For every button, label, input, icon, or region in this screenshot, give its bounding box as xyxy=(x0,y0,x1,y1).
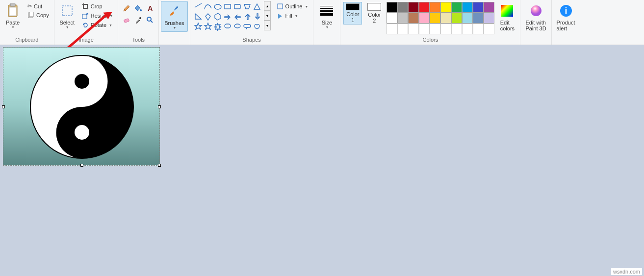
magnifier-tool[interactable] xyxy=(145,15,155,25)
color-swatch[interactable] xyxy=(484,13,494,24)
color-swatch[interactable] xyxy=(484,2,494,13)
svg-rect-8 xyxy=(124,18,129,23)
color2-button[interactable]: Color 2 xyxy=(365,2,384,25)
shape-item[interactable] xyxy=(223,2,232,12)
shape-item[interactable] xyxy=(242,12,252,22)
select-button[interactable]: Select ▼ xyxy=(56,1,78,31)
copy-icon xyxy=(27,12,34,19)
color-swatch[interactable] xyxy=(408,2,419,13)
shape-item[interactable] xyxy=(203,22,213,31)
svg-rect-4 xyxy=(29,12,33,17)
shape-item[interactable] xyxy=(213,2,223,12)
canvas-image[interactable] xyxy=(3,47,160,166)
resize-handle-right[interactable] xyxy=(158,105,161,108)
color-swatch[interactable] xyxy=(473,13,484,24)
custom-color-slot[interactable] xyxy=(440,24,451,34)
color-swatch[interactable] xyxy=(462,2,473,13)
custom-color-slot[interactable] xyxy=(473,24,484,34)
color1-swatch xyxy=(346,3,360,10)
group-paint3d: Edit with Paint 3D xyxy=(520,0,551,45)
paint3d-label: Edit with Paint 3D xyxy=(525,20,546,31)
resize-handle-bottom[interactable] xyxy=(80,164,83,167)
shape-item[interactable] xyxy=(252,12,262,22)
shape-item[interactable] xyxy=(203,12,213,22)
resize-button[interactable]: Resize▼ xyxy=(80,11,115,20)
custom-color-slot[interactable] xyxy=(462,24,473,34)
shape-item[interactable] xyxy=(232,12,242,22)
shape-item[interactable] xyxy=(242,2,252,12)
svg-rect-13 xyxy=(234,4,240,9)
color-swatch[interactable] xyxy=(430,2,440,13)
fill-button[interactable]: Fill▼ xyxy=(275,11,310,20)
svg-point-10 xyxy=(147,17,151,21)
resize-handle-left[interactable] xyxy=(2,105,5,108)
shape-item[interactable] xyxy=(203,2,213,12)
edit-paint3d-button[interactable]: Edit with Paint 3D xyxy=(522,1,549,33)
shape-item[interactable] xyxy=(232,2,242,12)
size-label: Size xyxy=(322,20,332,25)
shape-item[interactable] xyxy=(193,2,203,12)
outline-icon xyxy=(277,3,283,10)
edit-colors-button[interactable]: Edit colors xyxy=(496,1,518,33)
shape-item[interactable] xyxy=(193,22,203,31)
color-swatch[interactable] xyxy=(440,13,451,24)
color-swatch[interactable] xyxy=(397,13,408,24)
custom-color-slot[interactable] xyxy=(408,24,419,34)
shapes-gallery[interactable] xyxy=(192,1,263,32)
color-swatch[interactable] xyxy=(386,13,397,24)
paste-button[interactable]: Paste ▼ xyxy=(2,1,24,31)
color-swatch[interactable] xyxy=(419,2,430,13)
cut-button[interactable]: ✂ Cut xyxy=(26,2,51,10)
custom-color-slot[interactable] xyxy=(430,24,440,34)
shape-item[interactable] xyxy=(252,22,262,31)
copy-button[interactable]: Copy xyxy=(26,11,51,20)
color-picker-tool[interactable] xyxy=(133,15,144,25)
shape-item[interactable] xyxy=(232,22,242,31)
yinyang-icon xyxy=(3,48,160,166)
shape-item[interactable] xyxy=(213,22,223,31)
ribbon: Paste ▼ ✂ Cut Copy Clipboard xyxy=(0,0,644,45)
svg-point-9 xyxy=(139,17,141,19)
text-tool[interactable]: A xyxy=(145,3,155,14)
color-swatch[interactable] xyxy=(462,13,473,24)
color2-label: Color 2 xyxy=(368,12,381,24)
color-swatch[interactable] xyxy=(419,13,430,24)
shape-item[interactable] xyxy=(252,2,262,12)
shape-item[interactable] xyxy=(213,12,223,22)
color-swatch[interactable] xyxy=(386,2,397,13)
fill-tool[interactable] xyxy=(133,3,144,14)
shapes-scroll-up[interactable]: ▴ xyxy=(264,1,271,11)
pencil-tool[interactable] xyxy=(121,3,132,14)
outline-button[interactable]: Outline▼ xyxy=(275,2,310,11)
shape-item[interactable] xyxy=(193,12,203,22)
group-label-shapes: Shapes xyxy=(242,36,260,44)
color-swatch[interactable] xyxy=(440,2,451,13)
rotate-button[interactable]: Rotate▼ xyxy=(80,21,115,29)
shapes-scroll-down[interactable]: ▾ xyxy=(264,11,271,21)
product-alert-button[interactable]: i Product alert xyxy=(554,1,578,33)
eraser-tool[interactable] xyxy=(121,15,132,25)
brushes-button[interactable]: Brushes ▼ xyxy=(161,1,187,32)
color-swatch[interactable] xyxy=(430,13,440,24)
crop-button[interactable]: Crop xyxy=(80,2,115,11)
color1-button[interactable]: Color 1 xyxy=(343,2,362,25)
color-swatch[interactable] xyxy=(408,13,419,24)
custom-color-slot[interactable] xyxy=(484,24,494,34)
size-icon xyxy=(318,3,335,19)
color-swatch[interactable] xyxy=(451,13,462,24)
shape-item[interactable] xyxy=(242,22,252,31)
resize-handle-corner[interactable] xyxy=(158,164,161,167)
custom-color-slot[interactable] xyxy=(397,24,408,34)
shape-item[interactable] xyxy=(223,12,232,22)
size-button[interactable]: Size ▼ xyxy=(315,1,338,31)
color-swatch[interactable] xyxy=(397,2,408,13)
canvas-area[interactable] xyxy=(3,47,160,166)
shape-item[interactable] xyxy=(223,22,232,31)
svg-rect-5 xyxy=(62,6,72,16)
custom-color-slot[interactable] xyxy=(386,24,397,34)
color-swatch[interactable] xyxy=(473,2,484,13)
color-swatch[interactable] xyxy=(451,2,462,13)
custom-color-slot[interactable] xyxy=(451,24,462,34)
custom-color-slot[interactable] xyxy=(419,24,430,34)
shapes-expand[interactable]: ▾ xyxy=(264,21,271,30)
